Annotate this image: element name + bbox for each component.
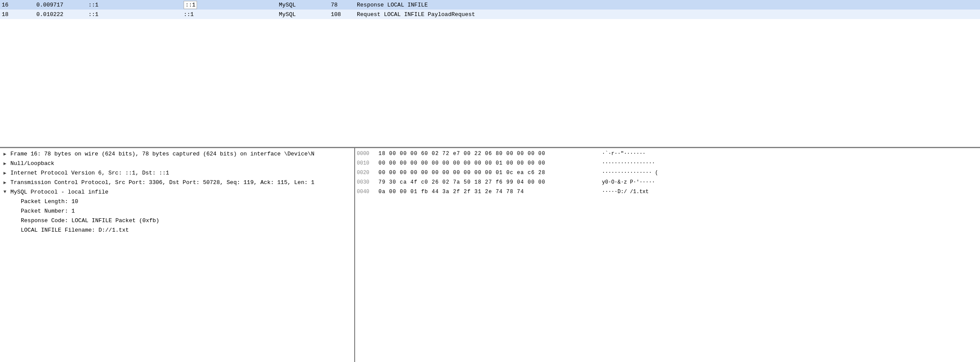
hex-ascii: ·················: [586, 160, 655, 166]
packet-time: 0.009717: [36, 2, 88, 8]
packet-no: 16: [2, 2, 36, 8]
expand-arrow: ▼: [3, 189, 10, 194]
packet-info: Response LOCAL INFILE: [357, 2, 978, 8]
detail-label: Transmission Control Protocol, Src Port:…: [10, 179, 314, 186]
detail-label: LOCAL INFILE Filename: D://1.txt: [21, 227, 129, 233]
hex-offset: 0020: [357, 170, 378, 176]
hex-offset: 0040: [357, 189, 378, 195]
hex-bytes: 00 00 00 00 00 00 00 00 00 00 00 01 00 0…: [378, 160, 586, 166]
detail-row-tcp[interactable]: ▶ Transmission Control Protocol, Src Por…: [0, 178, 354, 187]
table-row-empty: [0, 67, 980, 76]
hex-offset: 0000: [357, 151, 378, 157]
table-row[interactable]: 18 0.010222 ::1 ::1 MySQL 108 Request LO…: [0, 10, 980, 19]
expand-arrow: ▶: [3, 161, 10, 166]
hex-ascii: y0·O·&·z P·'·····: [586, 179, 655, 185]
hex-ascii: ·`·r··"·······: [586, 151, 646, 157]
packet-dst-value: ::1: [184, 11, 194, 18]
packet-protocol: MySQL: [279, 11, 331, 18]
hex-bytes: 18 00 00 00 60 02 72 e7 00 22 06 80 00 0…: [378, 151, 586, 157]
table-row-empty: [0, 114, 980, 124]
detail-row-packet-length: Packet Length: 10: [0, 197, 354, 206]
hex-row-0020: 0020 00 00 00 00 00 00 00 00 00 00 00 01…: [357, 168, 978, 178]
packet-dst: ::1: [184, 11, 279, 18]
table-row-empty: [0, 133, 980, 143]
table-row-empty: [0, 124, 980, 133]
table-row[interactable]: 16 0.009717 ::1 ::1 MySQL 78 Response LO…: [0, 0, 980, 10]
packet-list: 16 0.009717 ::1 ::1 MySQL 78 Response LO…: [0, 0, 980, 147]
table-row-empty: [0, 95, 980, 105]
hex-row-0010: 0010 00 00 00 00 00 00 00 00 00 00 00 01…: [357, 158, 978, 168]
table-row-empty: [0, 86, 980, 95]
table-row-empty: [0, 48, 980, 57]
table-row-empty: [0, 19, 980, 29]
expand-arrow: ▶: [3, 151, 10, 157]
detail-row-loopback[interactable]: ▶ Null/Loopback: [0, 158, 354, 168]
table-row-empty: [0, 29, 980, 38]
hex-ascii: ·····D:/ /1.txt: [586, 189, 649, 195]
detail-label: Packet Number: 1: [21, 208, 75, 214]
detail-label: Response Code: LOCAL INFILE Packet (0xfb…: [21, 217, 159, 224]
hex-ascii: ················ (: [586, 170, 658, 176]
hex-row-0000: 0000 18 00 00 00 60 02 72 e7 00 22 06 80…: [357, 149, 978, 158]
detail-label: Internet Protocol Version 6, Src: ::1, D…: [10, 170, 169, 176]
detail-row-response-code: Response Code: LOCAL INFILE Packet (0xfb…: [0, 216, 354, 225]
detail-row-frame[interactable]: ▶ Frame 16: 78 bytes on wire (624 bits),…: [0, 149, 354, 158]
packet-dst-value: ::1: [184, 1, 197, 9]
expand-arrow: ▶: [3, 170, 10, 176]
packet-dst: ::1: [184, 2, 279, 8]
packet-time: 0.010222: [36, 11, 88, 18]
detail-row-mysql[interactable]: ▼ MySQL Protocol - local infile: [0, 187, 354, 197]
detail-label: Frame 16: 78 bytes on wire (624 bits), 7…: [10, 151, 314, 157]
detail-label: MySQL Protocol - local infile: [10, 189, 108, 195]
hex-row-0040: 0040 0a 00 00 01 fb 44 3a 2f 2f 31 2e 74…: [357, 187, 978, 197]
detail-row-packet-number: Packet Number: 1: [0, 206, 354, 216]
packet-length: 78: [331, 2, 357, 8]
hex-bytes: 00 00 00 00 00 00 00 00 00 00 00 01 0c e…: [378, 170, 586, 176]
hex-offset: 0010: [357, 160, 378, 166]
table-row-empty: [0, 57, 980, 67]
hex-panel: 0000 18 00 00 00 60 02 72 e7 00 22 06 80…: [355, 148, 980, 362]
table-row-empty: [0, 76, 980, 86]
packet-src: ::1: [88, 11, 184, 18]
hex-bytes: 79 30 ca 4f c0 26 02 7a 50 18 27 f6 99 0…: [378, 179, 586, 185]
hex-row-0030: 0030 79 30 ca 4f c0 26 02 7a 50 18 27 f6…: [357, 178, 978, 187]
packet-src: ::1: [88, 2, 184, 8]
hex-offset: 0030: [357, 179, 378, 185]
detail-label: Null/Loopback: [10, 160, 54, 167]
detail-row-ipv6[interactable]: ▶ Internet Protocol Version 6, Src: ::1,…: [0, 168, 354, 178]
packet-protocol: MySQL: [279, 2, 331, 8]
packet-no: 18: [2, 11, 36, 18]
detail-panel: ▶ Frame 16: 78 bytes on wire (624 bits),…: [0, 148, 355, 362]
table-row-empty: [0, 38, 980, 48]
packet-info: Request LOCAL INFILE PayloadRequest: [357, 11, 978, 18]
expand-arrow: ▶: [3, 180, 10, 185]
table-row-empty: [0, 105, 980, 114]
packet-length: 108: [331, 11, 357, 18]
detail-label: Packet Length: 10: [21, 198, 78, 205]
detail-row-filename: LOCAL INFILE Filename: D://1.txt: [0, 225, 354, 235]
bottom-section: ▶ Frame 16: 78 bytes on wire (624 bits),…: [0, 147, 980, 362]
hex-bytes: 0a 00 00 01 fb 44 3a 2f 2f 31 2e 74 78 7…: [378, 189, 586, 195]
